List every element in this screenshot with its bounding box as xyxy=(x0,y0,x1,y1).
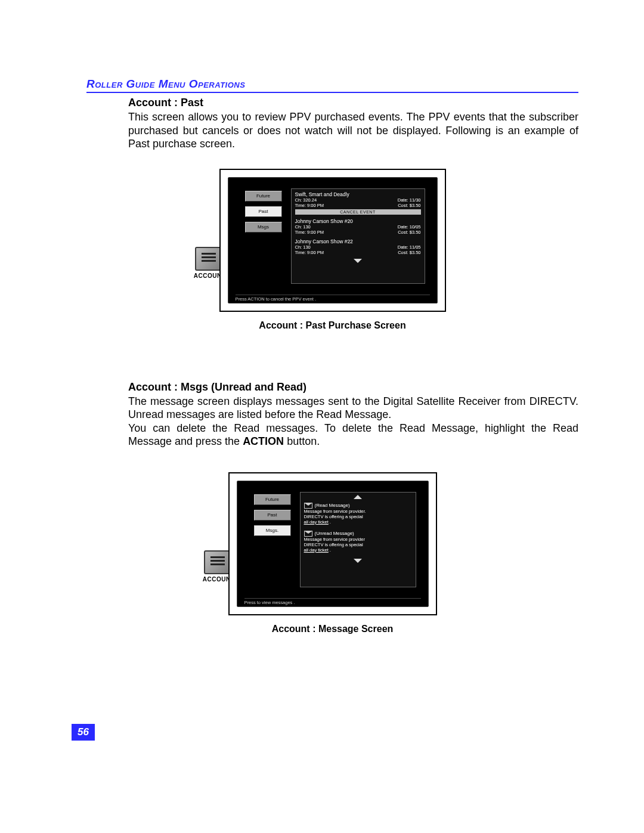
tv-screen-past: Future Past Msgs Swift, Smart and Deadly… xyxy=(228,177,438,304)
side-btn-future[interactable]: Future xyxy=(245,191,282,202)
section-header: Roller Guide Menu Operations xyxy=(86,78,578,93)
chevron-down-icon[interactable] xyxy=(354,559,362,563)
subhead-account-past: Account : Past xyxy=(128,97,578,109)
text-fragment: You can delete the Read messages. To del… xyxy=(128,422,578,448)
event-cost: Cost: $3.50 xyxy=(398,230,420,235)
event-ch: Ch: 130 xyxy=(295,224,311,230)
event-cost: Cost: $3.50 xyxy=(398,203,420,208)
event-cost: Cost: $3.50 xyxy=(398,250,420,255)
side-btn-past[interactable]: Past xyxy=(254,510,291,521)
event-time: Time: 9:00 PM xyxy=(295,230,324,235)
tv-screen-msgs: Future Past Msgs. (Read Message) Message… xyxy=(237,481,429,607)
message-item[interactable]: (Read Message) Message from service prov… xyxy=(304,503,412,525)
message-status: (Unread Message) xyxy=(315,531,354,536)
event-date: Date: 11/30 xyxy=(398,197,421,203)
message-list-panel: (Read Message) Message from service prov… xyxy=(300,492,416,587)
page-number: 56 xyxy=(72,724,95,741)
message-status: (Read Message) xyxy=(315,503,350,508)
side-btn-msgs[interactable]: Msgs xyxy=(245,222,282,233)
event-time: Time: 9:00 PM xyxy=(295,250,324,255)
side-button-column: Future Past Msgs. xyxy=(254,494,291,536)
event-ch: Ch: 320.24 xyxy=(295,197,317,203)
event-title: Swift, Smart and Deadly xyxy=(295,191,421,197)
subhead-account-msgs: Account : Msgs (Unread and Read) xyxy=(128,381,578,394)
figure-1-caption: Account : Past Purchase Screen xyxy=(86,320,578,331)
figure-past-purchase: Future Past Msgs Swift, Smart and Deadly… xyxy=(219,169,446,312)
hint-bar: Press to view messages . xyxy=(244,598,421,605)
event-date: Date: 11/05 xyxy=(398,244,421,250)
event-list-panel: Swift, Smart and Deadly Ch: 320.24Date: … xyxy=(291,188,425,284)
chevron-down-icon[interactable] xyxy=(354,259,362,263)
figure-2-caption: Account : Message Screen xyxy=(86,624,578,634)
section-account-msgs: Account : Msgs (Unread and Read) The mes… xyxy=(128,381,578,448)
figure-2-wrap: ACCOUNT Future Past Msgs. (Read M xyxy=(86,472,578,615)
figure-1-wrap: ACCOUNT Future Past Msgs Swift, Smart an… xyxy=(86,169,578,312)
section-account-past: Account : Past This screen allows you to… xyxy=(128,97,578,151)
body-account-msgs-2: You can delete the Read messages. To del… xyxy=(128,422,578,448)
side-btn-msgs[interactable]: Msgs. xyxy=(254,525,291,536)
mail-closed-icon xyxy=(304,531,312,537)
event-date: Date: 10/05 xyxy=(398,224,421,230)
body-account-past: This screen allows you to review PPV pur… xyxy=(128,110,578,151)
event-time: Time: 9:00 PM xyxy=(295,203,324,208)
event-title: Johnny Carson Show #22 xyxy=(295,239,421,244)
event-item[interactable]: Johnny Carson Show #22 Ch: 130Date: 11/0… xyxy=(295,239,421,255)
action-bold: ACTION xyxy=(243,435,284,447)
figure-message-screen: Future Past Msgs. (Read Message) Message… xyxy=(228,472,437,615)
event-title: Johnny Carson Show #20 xyxy=(295,218,421,224)
message-line: all day ticket . xyxy=(304,547,412,553)
side-button-column: Future Past Msgs xyxy=(245,191,282,233)
hint-bar: Press ACTION to cancel the PPV event . xyxy=(236,295,430,302)
event-ch: Ch: 130 xyxy=(295,244,311,250)
message-line: Message from service provider xyxy=(304,537,412,542)
message-line: DIRECTV is offering a special xyxy=(304,542,412,547)
event-item[interactable]: Johnny Carson Show #20 Ch: 130Date: 10/0… xyxy=(295,218,421,235)
chevron-up-icon[interactable] xyxy=(354,495,362,499)
event-item[interactable]: Swift, Smart and Deadly Ch: 320.24Date: … xyxy=(295,191,421,215)
text-fragment: button. xyxy=(284,435,320,447)
cancel-event-button[interactable]: CANCEL EVENT xyxy=(295,209,421,215)
message-line: all day ticket . xyxy=(304,519,412,525)
side-btn-past[interactable]: Past xyxy=(245,206,282,217)
side-btn-future[interactable]: Future xyxy=(254,494,291,505)
message-line: Message from service provider. xyxy=(304,509,412,514)
body-account-msgs-1: The message screen displays messages sen… xyxy=(128,395,578,422)
mail-open-icon xyxy=(304,503,312,509)
message-line: DIRECTV is offering a special xyxy=(304,514,412,519)
page: Roller Guide Menu Operations Account : P… xyxy=(0,0,644,833)
message-item[interactable]: (Unread Message) Message from service pr… xyxy=(304,531,412,553)
